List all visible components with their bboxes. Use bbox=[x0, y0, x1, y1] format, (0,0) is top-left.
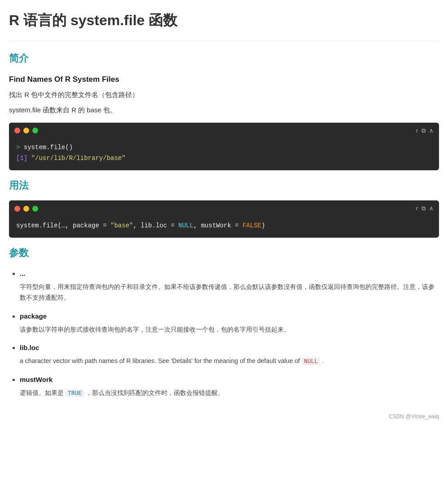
code-function-1: system.file() bbox=[24, 144, 73, 151]
params-list: ... 字符型向量，用来指定待查询包内的子和目录文件。如果不给该参数传递值，那么… bbox=[9, 268, 439, 399]
traffic-lights-1 bbox=[14, 128, 38, 133]
code-action-r-1[interactable]: r bbox=[416, 126, 418, 136]
intro-desc2: system.file 函数来自 R 的 base 包。 bbox=[9, 105, 439, 115]
page-title: R 语言的 system.file 函数 bbox=[9, 9, 439, 32]
param-name-mustwork: mustWork bbox=[20, 374, 439, 385]
param-item-dots: ... 字符型向量，用来指定待查询包内的子和目录文件。如果不给该参数传递值，那么… bbox=[20, 268, 439, 303]
collapse-icon-1[interactable]: ∧ bbox=[429, 126, 434, 136]
collapse-icon-2[interactable]: ∧ bbox=[429, 204, 434, 213]
code-null: NULL bbox=[178, 222, 193, 229]
code-sep-2: , mustWork = bbox=[193, 222, 242, 229]
param-desc-libloc-before: a character vector with path names of R … bbox=[20, 357, 300, 364]
code-line-output-1: [1] "/usr/lib/R/library/base" bbox=[16, 153, 432, 164]
code-content-2: system.file(…, package = "base", lib.loc… bbox=[9, 216, 439, 238]
param-item-package: package 该参数以字符串的形式接收待查询包的名字，注意一次只能接收一个包，… bbox=[20, 310, 439, 335]
usage-heading: 用法 bbox=[9, 177, 439, 193]
code-block-header-1: r ⧉ ∧ bbox=[9, 123, 439, 138]
code-close-paren: ) bbox=[261, 222, 265, 229]
usage-section: 用法 r ⧉ ∧ system.file(…, package = "base"… bbox=[9, 177, 439, 238]
code-function-name: system.file(…, package = bbox=[16, 222, 110, 229]
code-output-index-1: [1] bbox=[16, 155, 27, 162]
code-action-r-2[interactable]: r bbox=[416, 204, 418, 213]
params-heading: 参数 bbox=[9, 245, 439, 261]
dot-green-1 bbox=[32, 128, 38, 133]
traffic-lights-2 bbox=[14, 206, 38, 212]
dot-red-2 bbox=[14, 206, 20, 212]
code-block-intro: r ⧉ ∧ > system.file() [1] "/usr/lib/R/li… bbox=[9, 123, 439, 170]
intro-subtitle: Find Names Of R System Files bbox=[9, 73, 439, 85]
code-output-string-1: "/usr/lib/R/library/base" bbox=[31, 155, 126, 162]
param-item-libloc: lib.loc a character vector with path nam… bbox=[20, 342, 439, 367]
param-desc-mustwork-after: ，那么当没找到匹配的文件时，函数会报错提醒。 bbox=[86, 389, 224, 396]
intro-section: 简介 Find Names Of R System Files 找出 R 包中文… bbox=[9, 50, 439, 170]
param-name-dots: ... bbox=[20, 268, 439, 279]
dot-red-1 bbox=[14, 128, 20, 133]
dot-green-2 bbox=[32, 206, 38, 212]
code-line-usage: system.file(…, package = "base", lib.loc… bbox=[16, 221, 432, 231]
code-content-1: > system.file() [1] "/usr/lib/R/library/… bbox=[9, 138, 439, 170]
param-desc-libloc-code: NULL bbox=[302, 358, 320, 365]
code-actions-1: r ⧉ ∧ bbox=[416, 126, 434, 136]
param-desc-dots: 字符型向量，用来指定待查询包内的子和目录文件。如果不给该参数传递值，那么会默认该… bbox=[20, 282, 439, 303]
code-false: FALSE bbox=[242, 222, 261, 229]
param-desc-libloc-after: . bbox=[322, 357, 324, 364]
footer-credit: CSDN @Vickie_wwq bbox=[9, 412, 439, 421]
copy-icon-1[interactable]: ⧉ bbox=[422, 126, 426, 136]
param-desc-mustwork-code: TRUE bbox=[66, 390, 84, 397]
code-block-usage: r ⧉ ∧ system.file(…, package = "base", l… bbox=[9, 200, 439, 238]
param-desc-mustwork: 逻辑值。如果是 TRUE ，那么当没找到匹配的文件时，函数会报错提醒。 bbox=[20, 388, 439, 399]
param-item-mustwork: mustWork 逻辑值。如果是 TRUE ，那么当没找到匹配的文件时，函数会报… bbox=[20, 374, 439, 399]
dot-yellow-2 bbox=[23, 206, 29, 212]
intro-desc1: 找出 R 包中文件的完整文件名（包含路径） bbox=[9, 89, 439, 100]
param-desc-libloc: a character vector with path names of R … bbox=[20, 356, 439, 367]
param-desc-mustwork-before: 逻辑值。如果是 bbox=[20, 389, 64, 396]
code-actions-2: r ⧉ ∧ bbox=[416, 204, 434, 213]
param-name-libloc: lib.loc bbox=[20, 342, 439, 353]
code-block-header-2: r ⧉ ∧ bbox=[9, 200, 439, 216]
code-string-base: "base" bbox=[110, 222, 133, 229]
code-prompt-1: > bbox=[16, 144, 20, 151]
copy-icon-2[interactable]: ⧉ bbox=[422, 204, 426, 213]
code-sep-1: , lib.loc = bbox=[133, 222, 178, 229]
param-name-package: package bbox=[20, 311, 439, 322]
param-desc-package: 该参数以字符串的形式接收待查询包的名字，注意一次只能接收一个包，包的名字用引号括… bbox=[20, 324, 439, 335]
divider-1 bbox=[9, 41, 439, 41]
params-section: 参数 ... 字符型向量，用来指定待查询包内的子和目录文件。如果不给该参数传递值… bbox=[9, 245, 439, 399]
dot-yellow-1 bbox=[23, 128, 29, 133]
code-line-input-1: > system.file() bbox=[16, 142, 432, 153]
intro-heading: 简介 bbox=[9, 50, 439, 66]
